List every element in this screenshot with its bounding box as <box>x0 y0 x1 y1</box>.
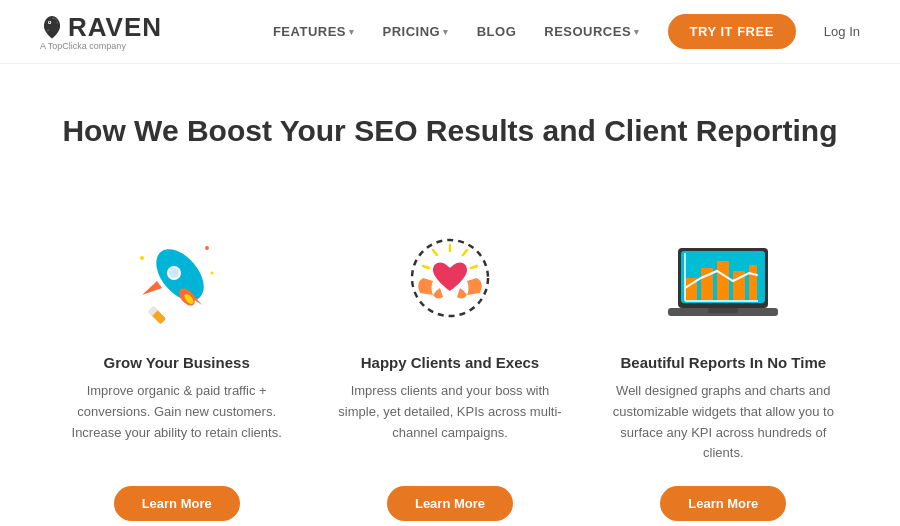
svg-point-9 <box>140 256 144 260</box>
svg-point-6 <box>169 268 179 278</box>
feature-title-grow: Grow Your Business <box>104 354 250 371</box>
chevron-down-icon: ▾ <box>634 27 640 37</box>
logo-area: RAVEN A TopClicka company <box>40 12 162 51</box>
learn-more-reports-button[interactable]: Learn More <box>660 486 786 521</box>
learn-more-grow-button[interactable]: Learn More <box>114 486 240 521</box>
svg-point-1 <box>49 21 51 23</box>
raven-bird-icon <box>40 14 64 42</box>
happy-clients-icon <box>395 223 505 333</box>
feature-card-reports: Beautiful Reports In No Time Well design… <box>607 218 840 521</box>
svg-point-10 <box>205 246 209 250</box>
svg-rect-22 <box>717 261 729 300</box>
learn-more-clients-button[interactable]: Learn More <box>387 486 513 521</box>
svg-line-16 <box>471 266 477 268</box>
feature-card-grow: Grow Your Business Improve organic & pai… <box>60 218 293 521</box>
svg-line-15 <box>433 250 437 255</box>
svg-line-17 <box>423 266 429 268</box>
nav-pricing[interactable]: PRICING ▾ <box>383 24 449 39</box>
logo[interactable]: RAVEN <box>40 12 162 43</box>
reports-icon <box>663 223 783 333</box>
hero-title: How We Boost Your SEO Results and Client… <box>40 114 860 148</box>
reports-icon-area <box>658 218 788 338</box>
chevron-down-icon: ▾ <box>349 27 355 37</box>
chevron-down-icon: ▾ <box>443 27 449 37</box>
happy-clients-icon-area <box>385 218 515 338</box>
features-section: Grow Your Business Improve organic & pai… <box>0 218 900 526</box>
feature-title-clients: Happy Clients and Execs <box>361 354 539 371</box>
hero-section: How We Boost Your SEO Results and Client… <box>0 64 900 218</box>
nav-resources[interactable]: RESOURCES ▾ <box>544 24 639 39</box>
rocket-icon <box>122 223 232 333</box>
main-nav: FEATURES ▾ PRICING ▾ BLOG RESOURCES ▾ TR… <box>273 14 860 49</box>
login-link[interactable]: Log In <box>824 24 860 39</box>
nav-blog[interactable]: BLOG <box>477 24 517 39</box>
rocket-icon-area <box>112 218 242 338</box>
feature-title-reports: Beautiful Reports In No Time <box>621 354 827 371</box>
nav-features[interactable]: FEATURES ▾ <box>273 24 355 39</box>
svg-rect-24 <box>749 265 757 300</box>
feature-card-clients: Happy Clients and Execs Impress clients … <box>333 218 566 521</box>
logo-subtitle: A TopClicka company <box>40 41 126 51</box>
svg-line-14 <box>463 250 467 255</box>
svg-point-11 <box>210 272 213 275</box>
try-it-free-button[interactable]: TRY IT FREE <box>668 14 796 49</box>
svg-rect-2 <box>147 306 165 324</box>
feature-desc-grow: Improve organic & paid traffic + convers… <box>60 381 293 443</box>
feature-desc-reports: Well designed graphs and charts and cust… <box>607 381 840 464</box>
feature-desc-clients: Impress clients and your boss with simpl… <box>333 381 566 443</box>
svg-rect-28 <box>708 308 738 313</box>
header: RAVEN A TopClicka company FEATURES ▾ PRI… <box>0 0 900 64</box>
